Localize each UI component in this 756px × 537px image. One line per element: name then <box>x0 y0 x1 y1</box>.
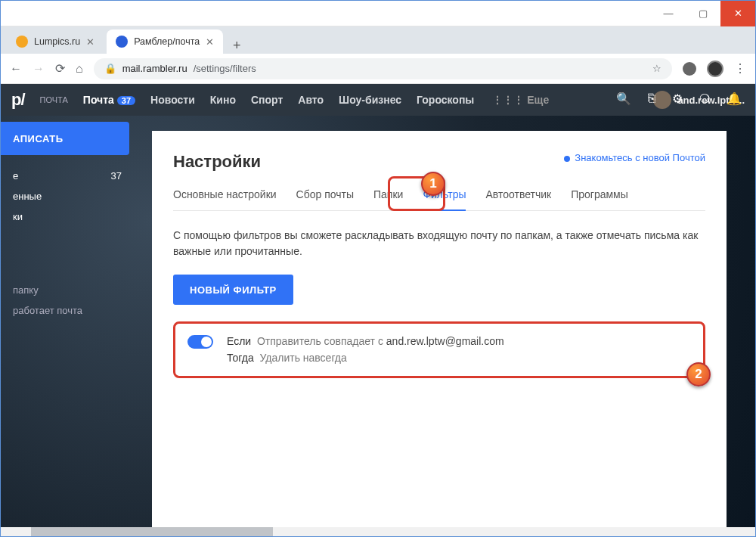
menu-icon[interactable]: ⋮ <box>734 61 746 76</box>
callout-2: 2 <box>686 362 711 386</box>
tab-close-icon[interactable]: ✕ <box>86 36 94 48</box>
mail-sidebar: АПИСАТЬ е37 енные ки папку работает почт… <box>1 116 137 537</box>
window-titlebar: — ▢ ✕ <box>1 1 755 26</box>
forward-icon[interactable]: → <box>33 62 45 76</box>
sidebar-help[interactable]: работает почта <box>1 300 137 321</box>
tab-programs[interactable]: Программы <box>571 181 628 210</box>
compose-button[interactable]: АПИСАТЬ <box>1 122 129 155</box>
site-logo[interactable]: p/ <box>11 90 25 110</box>
tab-folders[interactable]: Папки <box>373 181 403 210</box>
filter-toggle[interactable] <box>187 335 213 349</box>
filter-row[interactable]: Если Отправитель совпадает с and.rew.lpt… <box>173 321 705 378</box>
window-maximize[interactable]: ▢ <box>686 1 720 26</box>
mail-badge: 37 <box>117 96 135 105</box>
sidebar-item[interactable]: е37 <box>1 166 137 186</box>
tab-general[interactable]: Основные настройки <box>173 181 277 210</box>
filter-summary: Если Отправитель совпадает с and.rew.lpt… <box>227 333 504 367</box>
nav-more[interactable]: ⋮⋮⋮ Еще <box>492 94 549 106</box>
callout-1: 1 <box>421 172 445 196</box>
nav-mail[interactable]: Почта37 <box>83 94 135 106</box>
tab-favicon <box>16 36 28 48</box>
tab-favicon <box>116 36 128 48</box>
bell-icon[interactable]: 🔔 <box>727 92 742 106</box>
lock-icon: 🔒 <box>104 63 116 74</box>
tab-collect[interactable]: Сбор почты <box>296 181 354 210</box>
browser-tabstrip: Lumpics.ru ✕ Рамблер/почта ✕ + <box>1 26 755 54</box>
nav-news[interactable]: Новости <box>150 94 195 106</box>
settings-panel: Настройки Знакомьтесь с новой Почтой 1 О… <box>152 131 727 537</box>
scrollbar-thumb[interactable] <box>31 527 273 537</box>
address-bar[interactable]: 🔒 mail.rambler.ru/settings/filters ☆ <box>94 58 672 79</box>
nav-sport[interactable]: Спорт <box>251 94 283 106</box>
horizontal-scrollbar[interactable] <box>1 527 755 537</box>
tab-title: Lumpics.ru <box>34 36 80 47</box>
nav-auto[interactable]: Авто <box>298 94 324 106</box>
reload-icon[interactable]: ⟳ <box>55 61 65 76</box>
new-filter-button[interactable]: НОВЫЙ ФИЛЬТР <box>173 275 293 305</box>
home-icon[interactable]: ⌂ <box>76 62 83 76</box>
filters-description: С помощью фильтров вы сможете раскладыва… <box>173 228 705 259</box>
sidebar-item[interactable]: енные <box>1 186 137 206</box>
browser-tab-active[interactable]: Рамблер/почта ✕ <box>107 29 223 54</box>
nav-cinema[interactable]: Кино <box>210 94 236 106</box>
extension-icon[interactable] <box>683 62 696 76</box>
browser-toolbar: ← → ⟳ ⌂ 🔒 mail.rambler.ru/settings/filte… <box>1 54 755 84</box>
nav-horoscope[interactable]: Гороскопы <box>417 94 474 106</box>
search-icon[interactable]: 🔍 <box>616 92 631 106</box>
window-close[interactable]: ✕ <box>720 1 755 26</box>
sidebar-item[interactable]: ки <box>1 206 137 227</box>
tab-close-icon[interactable]: ✕ <box>206 36 214 48</box>
window-minimize[interactable]: — <box>651 1 686 26</box>
tab-title: Рамблер/почта <box>134 36 200 47</box>
mail-toolbar: 🔍 ⎘ ⚙ ❍ 🔔 <box>616 92 742 106</box>
new-mail-promo[interactable]: Знакомьтесь с новой Почтой <box>564 152 705 163</box>
nav-showbiz[interactable]: Шоу-бизнес <box>339 94 401 106</box>
new-tab-button[interactable]: + <box>226 38 247 54</box>
site-logo-sub: ПОЧТА <box>40 95 68 104</box>
theme-icon[interactable]: ❍ <box>699 92 710 106</box>
gear-icon[interactable]: ⚙ <box>672 92 683 106</box>
back-icon[interactable]: ← <box>10 62 22 76</box>
url-host: mail.rambler.ru <box>122 63 187 74</box>
star-icon[interactable]: ☆ <box>652 63 662 74</box>
settings-tabs: 1 Основные настройки Сбор почты Папки Фи… <box>173 181 705 211</box>
tab-autoreply[interactable]: Автоответчик <box>485 181 551 210</box>
url-path: /settings/filters <box>194 63 256 74</box>
profile-avatar[interactable] <box>707 61 723 77</box>
sidebar-add-folder[interactable]: папку <box>1 280 137 300</box>
browser-tab[interactable]: Lumpics.ru ✕ <box>7 29 104 54</box>
popup-icon[interactable]: ⎘ <box>648 92 655 106</box>
